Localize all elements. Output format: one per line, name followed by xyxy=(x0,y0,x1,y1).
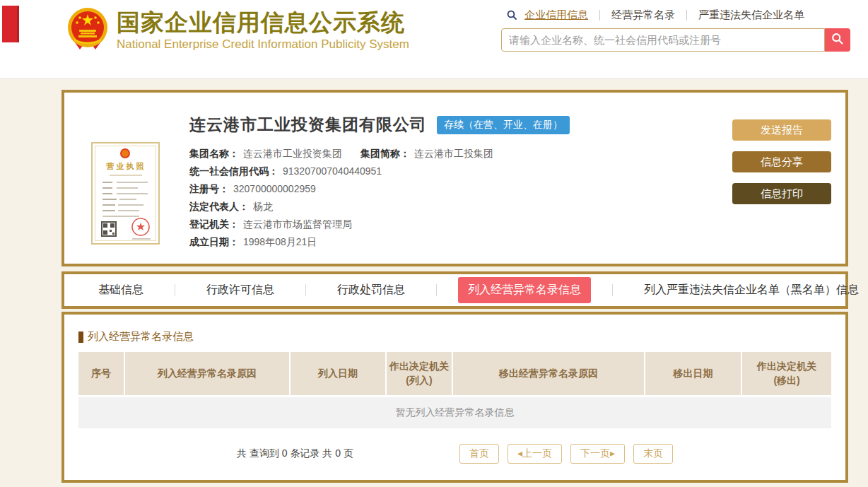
business-license-image: 营 业 执 照 xyxy=(91,142,160,245)
tab-divider xyxy=(175,284,175,296)
search-icon xyxy=(831,33,844,47)
field-label: 集团名称： xyxy=(189,148,239,159)
site-title-en: National Enterprise Credit Information P… xyxy=(117,37,409,52)
pagination: 共 查询到 0 条记录 共 0 页 首页 ◂上一页 下一页▸ 末页 xyxy=(78,444,831,464)
col-header-index: 序号 xyxy=(78,352,124,396)
nav-divider xyxy=(686,10,687,20)
tab-basic-info[interactable]: 基础信息 xyxy=(88,277,153,303)
field-value: 连云港市工投集团 xyxy=(414,148,493,159)
tab-bar: 基础信息 行政许可信息 行政处罚信息 列入经营异常名录信息 列入严重违法失信企业… xyxy=(61,271,848,309)
field-row-reg-authority: 登记机关：连云港市市场监督管理局 xyxy=(189,216,718,233)
nav-link-enterprise-credit[interactable]: 企业信用信息 xyxy=(524,8,588,22)
search-button[interactable] xyxy=(825,28,850,52)
company-card: 营 业 执 照 xyxy=(61,90,848,266)
field-row-legal-rep: 法定代表人：杨龙 xyxy=(189,198,718,216)
col-header-remove-authority: 作出决定机关 (移出) xyxy=(741,352,831,396)
field-row-credit-code: 统一社会信用代码：913207007040440951 xyxy=(189,163,718,180)
company-info: 连云港市工业投资集团有限公司 存续（在营、开业、在册） 集团名称：连云港市工业投… xyxy=(189,114,718,250)
nav-divider xyxy=(599,10,600,20)
section-marker-icon xyxy=(78,331,83,343)
top-nav: 企业信用信息 经营异常名录 严重违法失信企业名单 xyxy=(507,8,850,22)
tab-admin-penalty[interactable]: 行政处罚信息 xyxy=(327,277,415,303)
search-input[interactable] xyxy=(501,28,825,52)
send-report-button[interactable]: 发送报告 xyxy=(732,119,831,141)
nav-link-illegal-list[interactable]: 严重违法失信企业名单 xyxy=(698,8,804,22)
site-title-cn: 国家企业信用信息公示系统 xyxy=(117,10,409,35)
field-value: 杨龙 xyxy=(253,201,273,212)
action-buttons: 发送报告 信息分享 信息打印 xyxy=(732,114,831,250)
search-bar xyxy=(501,28,850,52)
col-header-list-date: 列入日期 xyxy=(290,352,385,396)
tab-admin-license[interactable]: 行政许可信息 xyxy=(197,277,284,303)
first-page-button[interactable]: 首页 xyxy=(459,444,499,464)
corner-red-widget[interactable] xyxy=(2,6,19,42)
company-name: 连云港市工业投资集团有限公司 xyxy=(189,114,427,136)
field-row-reg-number: 注册号：320700000002959 xyxy=(189,180,718,198)
prev-page-button[interactable]: ◂上一页 xyxy=(508,444,562,464)
field-label: 登记机关： xyxy=(189,218,239,230)
last-page-button[interactable]: 末页 xyxy=(633,444,673,464)
empty-state-text: 暂无列入经营异常名录信息 xyxy=(78,396,831,428)
field-label: 集团简称： xyxy=(360,148,410,159)
col-header-remove-date: 移出日期 xyxy=(645,352,741,396)
section-title-text: 列入经营异常名录信息 xyxy=(88,330,194,344)
national-emblem-icon xyxy=(67,6,108,58)
section-title: 列入经营异常名录信息 xyxy=(78,330,831,344)
tab-divider xyxy=(436,284,437,296)
field-label: 统一社会信用代码： xyxy=(189,165,278,177)
nav-link-abnormal-list[interactable]: 经营异常名录 xyxy=(611,8,675,22)
abnormal-list-section: 列入经营异常名录信息 序号 列入经营异常名录原因 列入日期 作出决定机关 (列入… xyxy=(61,312,848,483)
company-fields: 集团名称：连云港市工业投资集团集团简称：连云港市工投集团 统一社会信用代码：91… xyxy=(189,145,718,251)
col-header-remove-reason: 移出经营异常名录原因 xyxy=(452,352,645,396)
tab-divider xyxy=(612,284,613,296)
share-info-button[interactable]: 信息分享 xyxy=(732,151,831,172)
abnormal-list-table: 序号 列入经营异常名录原因 列入日期 作出决定机关 (列入) 移出经营异常名录原… xyxy=(78,352,831,428)
header: 国家企业信用信息公示系统 National Enterprise Credit … xyxy=(0,0,868,79)
tab-abnormal-list[interactable]: 列入经营异常名录信息 xyxy=(458,277,591,303)
site-logo[interactable]: 国家企业信用信息公示系统 National Enterprise Credit … xyxy=(67,6,409,58)
field-value: 连云港市市场监督管理局 xyxy=(243,218,352,230)
field-value: 320700000002959 xyxy=(233,183,316,194)
field-label: 注册号： xyxy=(189,183,229,194)
field-label: 成立日期： xyxy=(189,236,239,247)
table-header-row: 序号 列入经营异常名录原因 列入日期 作出决定机关 (列入) 移出经营异常名录原… xyxy=(78,352,831,396)
status-badge: 存续（在营、开业、在册） xyxy=(437,116,570,134)
field-value: 913207007040440951 xyxy=(283,165,382,177)
tab-blacklist[interactable]: 列入严重违法失信企业名单（黑名单）信息 xyxy=(634,277,868,303)
col-header-list-authority: 作出决定机关 (列入) xyxy=(386,352,453,396)
tab-divider xyxy=(305,284,306,296)
search-icon xyxy=(507,10,517,20)
field-value: 1998年08月21日 xyxy=(243,236,317,247)
main-content: 营 业 执 照 xyxy=(0,79,868,483)
field-row-group-name: 集团名称：连云港市工业投资集团集团简称：连云港市工投集团 xyxy=(189,145,718,163)
field-value: 连云港市工业投资集团 xyxy=(243,148,342,159)
print-info-button[interactable]: 信息打印 xyxy=(732,183,831,204)
pagination-summary: 共 查询到 0 条记录 共 0 页 xyxy=(237,447,353,460)
svg-text:营 业 执 照: 营 业 执 照 xyxy=(105,162,143,170)
field-row-establish-date: 成立日期：1998年08月21日 xyxy=(189,233,718,251)
empty-state-row: 暂无列入经营异常名录信息 xyxy=(78,396,831,428)
col-header-list-reason: 列入经营异常名录原因 xyxy=(124,352,290,396)
field-label: 法定代表人： xyxy=(189,201,249,212)
header-right: 企业信用信息 经营异常名录 严重违法失信企业名单 xyxy=(501,8,850,52)
next-page-button[interactable]: 下一页▸ xyxy=(570,444,625,464)
